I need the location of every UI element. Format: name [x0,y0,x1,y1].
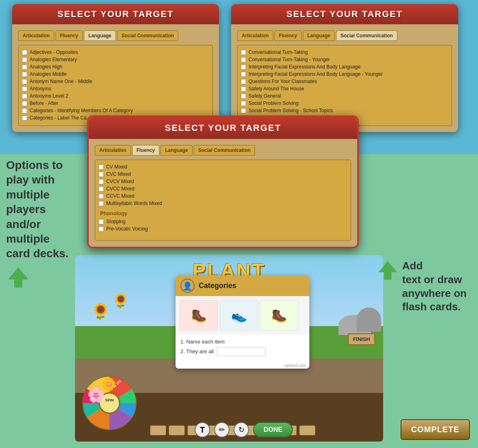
tab-social-3[interactable]: Social Communication [194,145,255,156]
checkbox[interactable] [22,57,27,62]
list-item[interactable]: Multisyllabic Words Mixed [99,200,347,207]
modal-3-inner: SELECT YOUR TARGET Articulation Fluency … [89,117,357,247]
tab-articulation-2[interactable]: Articulation [237,30,273,41]
list-item[interactable]: Analogies High [22,63,209,70]
card-image-3: 🥾 [260,300,298,331]
list-item[interactable]: CVCV Mixed [99,178,347,185]
checkbox[interactable] [22,108,27,113]
tab-fluency-3[interactable]: Fluency [132,145,159,156]
checkbox[interactable] [22,64,27,70]
draw-tool-button[interactable]: ✏ [214,422,229,437]
checkbox[interactable] [241,94,246,99]
card-header: 👤 Categories [176,275,309,296]
modal-1-tabs: Articulation Fluency Language Social Com… [18,30,213,41]
list-item[interactable]: Interpreting Facial Expressions And Body… [241,63,448,70]
tab-fluency-2[interactable]: Fluency [274,30,302,41]
list-item[interactable]: CCVC Mixed [99,192,347,200]
checkbox[interactable] [241,57,246,62]
list-item[interactable]: Stopping [99,218,347,225]
checkbox[interactable] [99,219,104,224]
path-tile [299,425,315,435]
modal-2-list[interactable]: Conversational Turn-Taking Conversationa… [237,45,452,126]
checkbox[interactable] [99,226,104,232]
svg-marker-0 [8,267,28,288]
sunflower-icon: 🌻 [90,302,111,321]
list-item[interactable]: CV Mixed [99,163,347,171]
modal-select-target-2: SELECT YOUR TARGET Articulation Fluency … [231,4,458,132]
checkbox[interactable] [241,108,246,113]
modal-select-target-3: SELECT YOUR TARGET Articulation Fluency … [87,115,359,248]
phonology-label: Phonology [99,210,347,216]
checkbox[interactable] [99,201,104,206]
checkbox[interactable] [99,172,104,177]
checkbox[interactable] [241,86,246,92]
checkbox[interactable] [241,50,246,55]
checkbox[interactable] [22,50,27,55]
checkbox[interactable] [22,94,27,99]
checkbox[interactable] [99,194,104,199]
list-item[interactable]: Categories - Identifying Members Of A Ca… [22,107,209,114]
tab-social-1[interactable]: Social Communication [117,30,178,41]
arrow-up-icon [6,265,30,290]
finish-label: FINISH [348,333,375,345]
card-toolbar: T ✏ ↻ DONE [195,422,293,437]
list-item[interactable]: Before - After [22,100,209,107]
checkbox[interactable] [241,64,246,70]
add-text-panel: Add text or draw anywhere on flash cards… [377,259,470,314]
list-item[interactable]: Antonyms [22,85,209,92]
list-item[interactable]: Conversational Turn-Taking [241,49,448,56]
text-tool-button[interactable]: T [195,422,210,437]
checkbox[interactable] [22,101,27,106]
categories-card: 👤 Categories 🥾 👟 🥾 1. Name each item 2. … [176,275,309,369]
checkbox[interactable] [22,79,27,84]
done-button[interactable]: DONE [253,422,293,437]
tab-social-2[interactable]: Social Communication [336,30,397,41]
list-item[interactable]: Social Problem Solving - School Topics [241,107,448,114]
list-item[interactable]: Safety Around The House [241,85,448,92]
card-questions: 1. Name each item 2. They are all [176,335,309,363]
checkbox[interactable] [22,86,27,92]
modal-3-body: Articulation Fluency Language Social Com… [89,139,357,247]
checkbox[interactable] [241,101,246,106]
modal-1-list[interactable]: Adjectives - Opposites Analogies Element… [18,45,213,126]
card-images: 🥾 👟 🥾 [176,296,309,335]
list-item[interactable]: Interpreting Facial Expressions And Body… [241,70,448,78]
card-answer-input[interactable] [217,347,266,356]
modal-3-tabs: Articulation Fluency Language Social Com… [95,145,351,156]
list-item[interactable]: Safety General [241,92,448,100]
checkbox[interactable] [22,115,27,121]
list-item[interactable]: Adjectives - Opposites [22,49,209,56]
tab-language-3[interactable]: Language [161,145,193,156]
checkbox[interactable] [99,186,104,192]
tab-language-2[interactable]: Language [303,30,335,41]
tab-articulation-3[interactable]: Articulation [95,145,131,156]
list-item[interactable]: Analogies Elementary [22,56,209,63]
path-tile [150,425,166,435]
refresh-button[interactable]: ↻ [234,422,249,437]
list-item[interactable]: Questions For Your Classmates [241,78,448,85]
tab-fluency-1[interactable]: Fluency [56,30,83,41]
modal-3-list[interactable]: CV Mixed CVC Mixed CVCV Mixed CVCC Mixed… [95,160,351,241]
list-item[interactable]: Conversational Turn-Taking - Younger [241,56,448,63]
checkbox[interactable] [99,179,104,184]
card-image-1: 🥾 [180,300,218,331]
list-item[interactable]: Social Problem Solving [241,100,448,107]
checkbox[interactable] [99,164,104,170]
list-item[interactable]: CVCC Mixed [99,185,347,192]
tab-language-1[interactable]: Language [84,30,116,41]
checkbox[interactable] [241,72,246,77]
list-item[interactable]: Pre-Vocalic Voicing [99,225,347,233]
modal-3-header: SELECT YOUR TARGET [89,117,357,139]
list-item[interactable]: Analogies Middle [22,70,209,78]
modal-2-header: SELECT YOUR TARGET [231,4,458,24]
tab-articulation-1[interactable]: Articulation [18,30,54,41]
list-item[interactable]: CVC Mixed [99,171,347,178]
checkbox[interactable] [22,72,27,77]
card-question-2: 2. They are all [180,347,304,356]
list-item[interactable]: Antonym Name One - Middle [22,78,209,85]
svg-marker-3 [379,261,397,280]
complete-button[interactable]: COMPLETE [401,419,470,440]
checkbox[interactable] [241,79,246,84]
list-item[interactable]: Antonyms Level 2 [22,92,209,100]
sunflower-icon: 🌻 [112,292,130,309]
